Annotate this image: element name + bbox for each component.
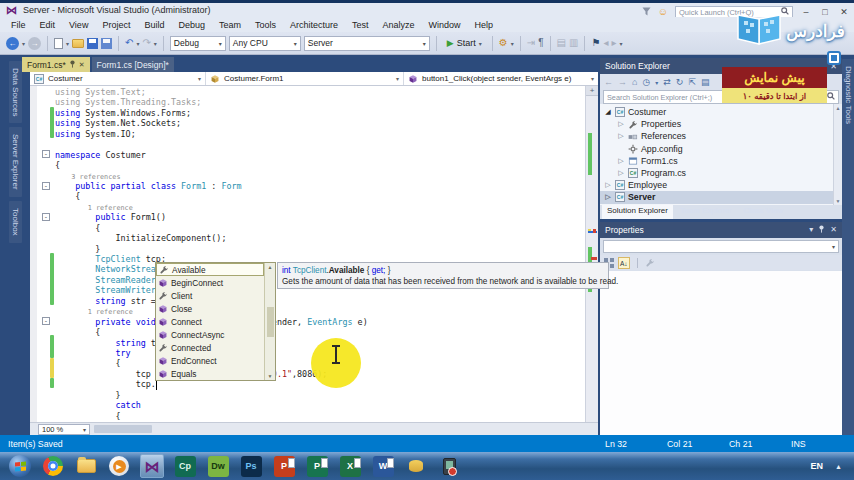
- intellisense-item-connected[interactable]: Connected: [156, 341, 264, 354]
- taskbar-icon-photoshop[interactable]: Ps: [239, 454, 263, 478]
- properties-grid[interactable]: [600, 271, 842, 438]
- code-line[interactable]: {: [55, 191, 368, 201]
- editor-vertical-scrollbar[interactable]: +: [585, 86, 598, 422]
- expander-icon[interactable]: ▷: [617, 120, 625, 128]
- expander-icon[interactable]: ◢: [604, 108, 612, 116]
- tab-form1-cs-design[interactable]: Form1.cs [Design]*: [92, 57, 174, 72]
- menu-analyze[interactable]: Analyze: [376, 19, 422, 31]
- taskbar-icon-excel[interactable]: X: [338, 454, 362, 478]
- tree-scrollbar[interactable]: ▲▼: [833, 104, 842, 205]
- intellisense-item-client[interactable]: Client: [156, 289, 264, 302]
- intellisense-item-beginconnect[interactable]: BeginConnect: [156, 276, 264, 289]
- fold-collapse-icon[interactable]: -: [42, 317, 50, 325]
- code-line[interactable]: 3 references: [55, 171, 368, 181]
- dock-tab-diagnostic-tools[interactable]: Diagnostic Tools: [842, 59, 854, 435]
- menu-architecture[interactable]: Architecture: [283, 19, 345, 31]
- taskbar-icon-sql-tools[interactable]: [404, 454, 428, 478]
- split-editor-handle[interactable]: +: [586, 86, 598, 96]
- dock-tab-toolbox[interactable]: Toolbox: [9, 201, 22, 243]
- undo-dropdown-icon[interactable]: ▾: [136, 40, 139, 47]
- taskbar-icon-chrome[interactable]: [41, 454, 65, 478]
- menu-view[interactable]: View: [62, 19, 95, 31]
- menu-tools[interactable]: Tools: [248, 19, 283, 31]
- code-line[interactable]: using System.IO;: [55, 129, 368, 139]
- save-icon[interactable]: [87, 38, 98, 49]
- code-line[interactable]: public Form1(): [55, 212, 368, 222]
- tree-item-properties[interactable]: ▷Properties: [600, 118, 842, 130]
- bottom-tab-solution-explorer[interactable]: Solution Explorer: [602, 205, 673, 219]
- bottom-tab-class-view[interactable]: Class View: [739, 205, 788, 219]
- code-line[interactable]: using System.Net.Sockets;: [55, 118, 368, 128]
- expander-icon[interactable]: ▷: [617, 157, 625, 165]
- properties-titlebar[interactable]: Properties ▾ ✕: [600, 222, 842, 238]
- code-line[interactable]: 1 reference: [55, 202, 368, 212]
- taskbar-icon-powerpoint[interactable]: P: [272, 454, 296, 478]
- taskbar-icon-visual-studio[interactable]: ⋈: [140, 454, 164, 478]
- code-editor[interactable]: - - - - using System.Text;using System.T…: [30, 86, 598, 422]
- redo-icon[interactable]: ↷: [142, 37, 150, 49]
- tree-item-employee[interactable]: ▷C#Employee: [600, 179, 842, 191]
- menu-file[interactable]: File: [4, 19, 33, 31]
- code-line[interactable]: {: [55, 411, 368, 421]
- pilcrow-icon[interactable]: ¶: [538, 37, 543, 49]
- alphabetical-sort-icon[interactable]: A↓: [618, 257, 630, 269]
- home-icon[interactable]: ⌂: [632, 77, 637, 87]
- dock-tab-server-explorer[interactable]: Server Explorer: [9, 127, 22, 197]
- taskbar-icon-captivate[interactable]: Cp: [173, 454, 197, 478]
- taskbar-icon-word[interactable]: W: [371, 454, 395, 478]
- property-pages-icon[interactable]: [645, 257, 655, 268]
- save-all-icon[interactable]: [101, 38, 112, 49]
- tree-item-app-config[interactable]: App.config: [600, 143, 842, 155]
- startup-project-select[interactable]: Server▾: [304, 36, 430, 51]
- taskbar-icon-dreamweaver[interactable]: Dw: [206, 454, 230, 478]
- intellisense-list[interactable]: AvailableBeginConnectClientCloseConnectC…: [156, 263, 264, 380]
- taskbar-icon-device-emulator[interactable]: [437, 454, 461, 478]
- menu-project[interactable]: Project: [95, 19, 137, 31]
- window-menu-icon[interactable]: ▾: [809, 225, 813, 235]
- tree-item-form1-cs[interactable]: ▷Form1.cs: [600, 155, 842, 167]
- menu-help[interactable]: Help: [468, 19, 501, 31]
- menu-debug[interactable]: Debug: [171, 19, 212, 31]
- code-line[interactable]: public partial class Form1 : Form: [55, 181, 368, 191]
- feedback-smiley-icon[interactable]: ☺: [658, 7, 668, 17]
- expander-icon[interactable]: ▷: [604, 193, 612, 201]
- nav-member-select[interactable]: button1_Click(object sender, EventArgs e…: [404, 72, 598, 85]
- expander-icon[interactable]: ▷: [617, 132, 625, 140]
- fold-collapse-icon[interactable]: -: [42, 182, 50, 190]
- back-icon[interactable]: ←: [604, 77, 613, 87]
- code-line[interactable]: catch: [55, 400, 368, 410]
- menu-window[interactable]: Window: [422, 19, 468, 31]
- toolbar-overflow-icon[interactable]: ▾: [511, 40, 514, 47]
- toolbar-overflow2-icon[interactable]: ▾: [619, 40, 622, 47]
- fold-collapse-icon[interactable]: -: [42, 213, 50, 221]
- pin-icon[interactable]: [69, 60, 76, 70]
- intellisense-scrollbar[interactable]: ▲ ▼: [264, 263, 275, 380]
- solution-platform-select[interactable]: Any CPU▾: [229, 36, 301, 51]
- start-debug-button[interactable]: ▶Start▾: [443, 37, 486, 49]
- fold-collapse-icon[interactable]: -: [42, 150, 50, 158]
- language-indicator[interactable]: EN: [811, 461, 824, 471]
- intellisense-item-endconnect[interactable]: EndConnect: [156, 354, 264, 367]
- nav-type-select[interactable]: Costumer.Form1▾: [206, 72, 404, 85]
- show-hidden-icons-icon[interactable]: ▲: [835, 463, 842, 470]
- tab-form1-cs[interactable]: Form1.cs* ✕: [22, 57, 90, 72]
- open-file-icon[interactable]: [72, 39, 84, 48]
- forward-icon[interactable]: →: [618, 77, 627, 87]
- code-line[interactable]: using System.Windows.Forms;: [55, 108, 368, 118]
- refresh-icon[interactable]: ↻: [676, 77, 684, 87]
- next-bookmark-icon[interactable]: ▸: [611, 37, 616, 49]
- menu-test[interactable]: Test: [345, 19, 376, 31]
- taskbar-icon-media-player[interactable]: ▶: [107, 454, 131, 478]
- indent-icon[interactable]: ⇥: [527, 37, 535, 49]
- solution-tree[interactable]: ◢C#Costumer▷Properties▷ReferencesApp.con…: [600, 104, 842, 205]
- properties-object-select[interactable]: ▾: [603, 240, 839, 253]
- attach-process-icon[interactable]: ⚙: [499, 37, 508, 49]
- back-dropdown-icon[interactable]: ▾: [22, 40, 25, 47]
- code-line[interactable]: InitializeComponent();: [55, 233, 368, 243]
- properties-icon[interactable]: ▤: [701, 77, 710, 87]
- taskbar-icon-publisher[interactable]: P: [305, 454, 329, 478]
- intellisense-item-equals[interactable]: Equals: [156, 367, 264, 380]
- new-item-icon[interactable]: [54, 38, 63, 49]
- code-line[interactable]: {: [55, 223, 368, 233]
- tree-item-costumer[interactable]: ◢C#Costumer: [600, 106, 842, 118]
